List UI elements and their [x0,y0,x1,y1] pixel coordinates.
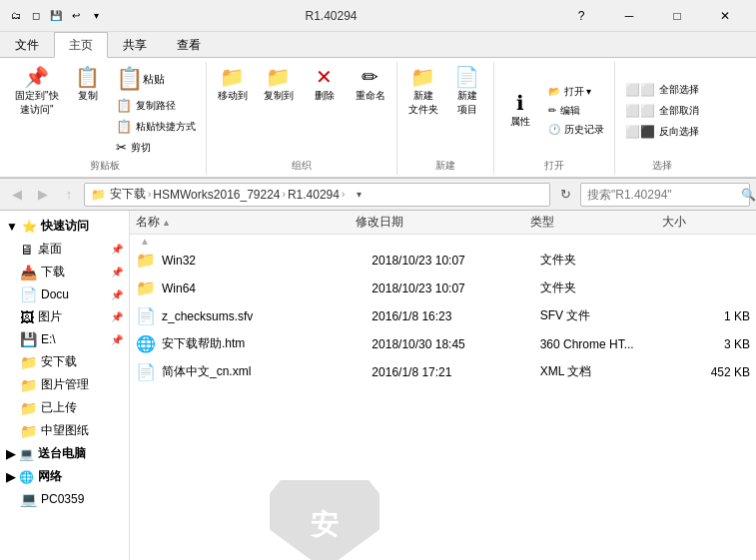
sidebar-item-network[interactable]: ▶ 🌐 网络 [0,465,129,488]
copy-to-button[interactable]: 📁 复制到 [259,64,299,106]
sidebar-item-label: 安下载 [41,353,77,370]
open-content: ℹ 属性 📂 打开 ▾ ✏ 编辑 🕐 历史记录 [500,64,608,157]
tab-view[interactable]: 查看 [162,32,216,58]
search-icon: 🔍 [741,188,756,202]
save-icon[interactable]: 💾 [48,8,64,24]
new-item-icon: 📄 [454,67,479,87]
file-icon: 📄 [136,306,156,325]
table-row[interactable]: 📁 Win64 2018/10/23 10:07 文件夹 [130,275,756,302]
pin-indicator: 📌 [111,289,123,300]
pin-icon: 📌 [24,67,49,87]
file-type: 文件夹 [540,280,666,296]
crumb-arrow-3: › [342,189,345,200]
dropdown-icon[interactable]: ▾ [88,8,104,24]
forward-button[interactable]: ▶ [32,184,54,206]
undo-icon[interactable]: ↩ [68,8,84,24]
crumb-hsmworks[interactable]: HSMWorks2016_79224 [153,188,280,202]
rename-button[interactable]: ✏ 重命名 [351,64,390,106]
ribbon: 文件 主页 共享 查看 📌 固定到"快速访问" 📋 复制 📋 粘贴 [0,32,756,179]
select-all-button[interactable]: ⬜⬜ 全部选择 [621,81,703,99]
pin-button[interactable]: 📌 固定到"快速访问" [10,64,64,120]
sidebar-item-pic-mgr[interactable]: 📁 图片管理 [0,373,129,396]
chevron-icon: ▼ [6,220,18,234]
select-none-button[interactable]: ⬜⬜ 全部取消 [621,102,703,120]
paste-shortcut-icon: 📋 [116,119,132,134]
col-header-size[interactable]: 大小 [662,214,750,231]
properties-button[interactable]: ℹ 属性 [500,90,540,132]
move-to-button[interactable]: 📁 移动到 [213,64,253,106]
quick-access-icon[interactable]: ◻ [28,8,44,24]
copy-button[interactable]: 📋 复制 [68,64,108,106]
minimize-button[interactable]: ─ [606,0,652,32]
sidebar-item-downloads[interactable]: 📥 下载 📌 [0,261,129,283]
paste-shortcut-button[interactable]: 📋 粘贴快捷方式 [112,117,200,136]
up-button[interactable]: ↑ [58,184,80,206]
sidebar-item-this-pc[interactable]: ▶ 💻 送台电脑 [0,442,129,465]
edit-icon: ✏ [548,105,556,116]
ribbon-group-select: ⬜⬜ 全部选择 ⬜⬜ 全部取消 ⬜⬛ 反向选择 选择 [615,62,709,175]
crumb-arrow-2: › [283,189,286,200]
cut-icon: ✂ [116,140,127,155]
crumb-anzixia[interactable]: 安下载 [110,186,146,203]
cut-button[interactable]: ✂ 剪切 [112,138,200,157]
table-row[interactable]: 🌐 安下载帮助.htm 2018/10/30 18:45 360 Chrome … [130,330,756,358]
address-box[interactable]: 📁 安下载 › HSMWorks2016_79224 › R1.40294 › … [84,183,550,207]
crumb-r140294[interactable]: R1.40294 [288,188,340,202]
network-icon: 🌐 [19,470,34,484]
sidebar-item-zhongwang[interactable]: 📁 中望图纸 [0,419,129,442]
sidebar-item-desktop[interactable]: 🖥 桌面 📌 [0,238,129,261]
close-button[interactable]: ✕ [702,0,748,32]
file-type: 文件夹 [540,252,666,269]
help-button[interactable]: ? [558,0,604,32]
file-size: 452 KB [666,365,750,379]
select-content: ⬜⬜ 全部选择 ⬜⬜ 全部取消 ⬜⬛ 反向选择 [621,64,703,157]
sidebar-item-quick-access[interactable]: ▼ ⭐ 快速访问 [0,215,129,238]
new-folder-icon: 📁 [410,67,435,87]
delete-button[interactable]: ✕ 删除 [305,64,345,106]
sidebar-item-drive-e[interactable]: 💾 E:\ 📌 [0,328,129,350]
delete-icon: ✕ [316,67,333,87]
sidebar-item-label: PC0359 [41,492,84,506]
folder-icon-crumb: 📁 [91,188,106,202]
search-input[interactable] [587,188,737,202]
sidebar-item-docs[interactable]: 📄 Docu 📌 [0,283,129,305]
table-row[interactable]: 📄 简体中文_cn.xml 2016/1/8 17:21 XML 文档 452 … [130,358,756,386]
folder-icon: 📁 [20,400,37,416]
select-none-icon: ⬜⬜ [625,104,655,118]
ribbon-group-clipboard: 📌 固定到"快速访问" 📋 复制 📋 粘贴 📋 复制路径 [4,62,207,175]
edit-button[interactable]: ✏ 编辑 [544,102,608,120]
history-button[interactable]: 🕐 历史记录 [544,121,608,139]
sidebar-item-anzixia[interactable]: 📁 安下载 [0,350,129,373]
open-button[interactable]: 📂 打开 ▾ [544,83,608,101]
refresh-button[interactable]: ↻ [554,184,576,206]
tab-file[interactable]: 文件 [0,32,54,58]
pin-indicator: 📌 [111,334,123,345]
ribbon-content: 📌 固定到"快速访问" 📋 复制 📋 粘贴 📋 复制路径 [0,58,756,178]
invert-select-button[interactable]: ⬜⬛ 反向选择 [621,123,703,141]
table-row[interactable]: 📁 Win32 2018/10/23 10:07 文件夹 [130,247,756,275]
copy-path-button[interactable]: 📋 复制路径 [112,96,200,115]
copy-to-icon: 📁 [266,67,291,87]
file-date: 2018/10/23 10:07 [372,254,539,268]
col-header-type[interactable]: 类型 [530,214,662,231]
address-dropdown-button[interactable]: ▾ [349,189,369,200]
tab-home[interactable]: 主页 [54,32,108,58]
new-folder-button[interactable]: 📁 新建文件夹 [403,64,443,120]
table-row[interactable]: 📄 z_checksums.sfv 2016/1/8 16:23 SFV 文件 … [130,302,756,330]
col-header-name[interactable]: 名称 ▲ [136,214,356,231]
new-item-button[interactable]: 📄 新建项目 [447,64,487,120]
pictures-icon: 🖼 [20,309,34,325]
col-header-date[interactable]: 修改日期 [356,214,531,231]
paste-button[interactable]: 📋 粘贴 [112,64,200,94]
sidebar-item-label: 送台电脑 [38,445,86,462]
clipboard-content: 📌 固定到"快速访问" 📋 复制 📋 粘贴 📋 复制路径 [10,64,200,157]
sidebar-item-pc0359[interactable]: 💻 PC0359 [0,488,129,510]
sidebar-item-pictures[interactable]: 🖼 图片 📌 [0,305,129,328]
back-button[interactable]: ◀ [6,184,28,206]
sidebar-item-label: 下载 [41,264,65,280]
sidebar-item-uploaded[interactable]: 📁 已上传 [0,396,129,419]
invert-icon: ⬜⬛ [625,125,655,139]
tab-share[interactable]: 共享 [108,32,162,58]
maximize-button[interactable]: □ [654,0,700,32]
file-name: 简体中文_cn.xml [162,363,372,380]
